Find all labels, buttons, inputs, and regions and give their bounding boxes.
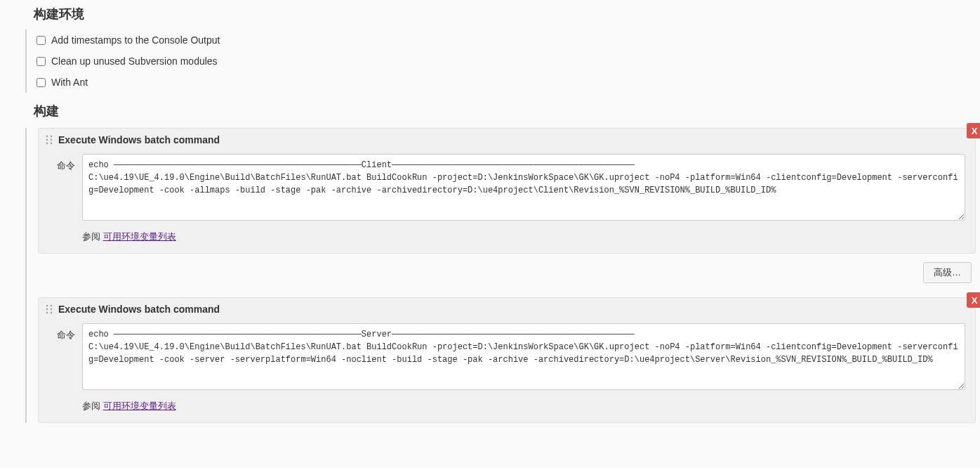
svg-point-6 [46,305,48,306]
build-step: X Execute Windows batch command 命令 参阅 可用… [38,128,976,254]
build-step-header: Execute Windows batch command [39,298,975,320]
build-env-title: 构建环境 [0,0,980,30]
advanced-row: 高级… [27,262,976,287]
build-section: X Execute Windows batch command 命令 参阅 可用… [25,128,980,423]
build-title: 构建 [0,97,980,126]
env-checkbox-row-0: Add timestamps to the Console Output [27,30,980,51]
help-row: 参阅 可用环境变量列表 [39,393,975,422]
svg-point-1 [51,136,52,137]
delete-step-button[interactable]: X [967,123,980,138]
env-checkbox-label: With Ant [51,77,88,88]
svg-point-11 [51,312,52,313]
svg-point-5 [51,143,52,144]
env-checkbox-label: Clean up unused Subversion modules [51,56,218,67]
build-step: X Execute Windows batch command 命令 参阅 可用… [38,297,976,423]
svg-point-8 [46,308,48,310]
env-checkbox-timestamps[interactable] [37,36,46,45]
env-checkbox-row-2: With Ant [27,72,980,93]
command-textarea[interactable] [82,323,965,390]
advanced-button[interactable]: 高级… [923,262,972,283]
build-env-section: Add timestamps to the Console Output Cle… [25,30,980,93]
svg-point-10 [46,312,48,313]
command-row: 命令 [39,151,975,223]
help-row: 参阅 可用环境变量列表 [39,223,975,253]
svg-point-2 [46,139,48,141]
svg-point-4 [46,143,48,144]
drag-handle-icon[interactable] [46,135,53,145]
build-step-title: Execute Windows batch command [58,134,220,145]
command-label: 命令 [48,323,82,390]
svg-point-3 [51,139,52,141]
build-step-title: Execute Windows batch command [58,304,220,315]
env-vars-link[interactable]: 可用环境变量列表 [103,231,176,242]
delete-step-button[interactable]: X [967,292,980,308]
svg-point-9 [51,308,52,310]
env-checkbox-with-ant[interactable] [37,78,46,87]
help-prefix: 参阅 [82,401,103,411]
command-textarea[interactable] [82,154,965,221]
env-checkbox-row-1: Clean up unused Subversion modules [27,51,980,72]
svg-point-0 [46,136,48,137]
command-row: 命令 [39,320,975,393]
command-label: 命令 [48,154,82,221]
svg-point-7 [51,305,52,306]
help-prefix: 参阅 [82,231,103,242]
env-vars-link[interactable]: 可用环境变量列表 [103,401,176,411]
env-checkbox-label: Add timestamps to the Console Output [51,34,220,46]
drag-handle-icon[interactable] [46,304,53,314]
build-step-header: Execute Windows batch command [39,129,975,151]
env-checkbox-cleanup-svn[interactable] [37,57,46,66]
